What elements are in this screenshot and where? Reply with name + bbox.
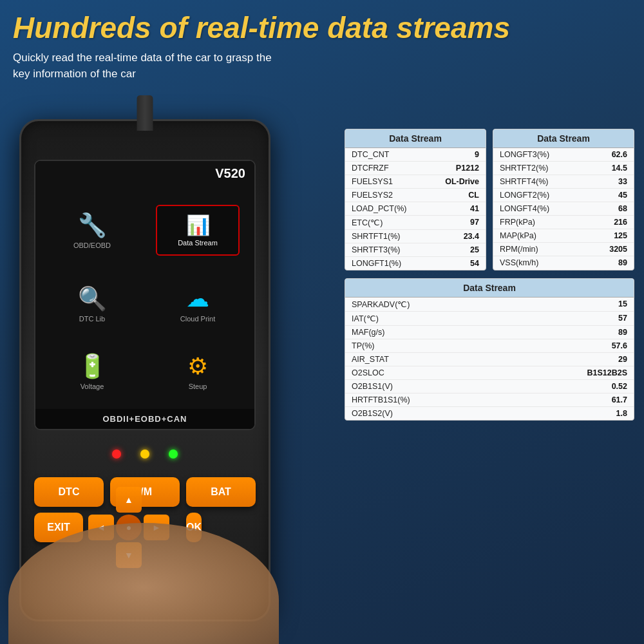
row-key: O2B1S2(V) <box>352 409 393 418</box>
setup-label: Steup <box>189 383 207 390</box>
voltage-icon: 🔋 <box>78 353 107 380</box>
row-key: SHRTFT1(%) <box>352 232 400 241</box>
menu-item-cloudprint[interactable]: ☁ Cloud Print <box>147 273 248 335</box>
row-key: MAF(g/s) <box>352 328 384 337</box>
row-key: MAP(kPa) <box>500 231 536 240</box>
subtitle-line2: key information of the car <box>13 68 136 80</box>
row-val: 45 <box>618 191 627 200</box>
table-row: RPM(/min)3205 <box>493 243 634 256</box>
table-top-left: Data Stream DTC_CNT9DTCFRZFP1212FUELSYS1… <box>345 129 486 270</box>
table-row: LONGFT3(%)62.6 <box>493 148 634 162</box>
datastream-box: 📊 Data Stream <box>156 205 240 256</box>
row-key: DTCFRZF <box>352 164 389 173</box>
row-val: 25 <box>470 245 479 254</box>
table-top-right-rows: LONGFT3(%)62.6SHRTFT2(%)14.5SHRTFT4(%)33… <box>493 148 634 269</box>
menu-item-setup[interactable]: ⚙ Steup <box>147 341 248 402</box>
row-val: 9 <box>475 150 479 159</box>
obd-label: OBD/EOBD <box>73 242 111 249</box>
row-val: 97 <box>470 218 479 227</box>
table-row: O2SLOCB1S12B2S <box>345 366 634 380</box>
datastream-icon: 📊 <box>186 214 210 236</box>
table-row: SHRTFT3(%)25 <box>345 243 486 257</box>
row-val: 61.7 <box>612 395 627 404</box>
row-val: 23.4 <box>464 232 479 241</box>
row-val: 3205 <box>609 245 627 254</box>
tables-top-row: Data Stream DTC_CNT9DTCFRZFP1212FUELSYS1… <box>345 129 634 270</box>
device-wrapper: V520 🔧 OBD/EOBD 📊 Data Stream 🔍 <box>19 119 270 621</box>
device-screen: V520 🔧 OBD/EOBD 📊 Data Stream 🔍 <box>34 160 256 430</box>
table-bottom-header: Data Stream <box>345 279 634 298</box>
table-row: LONGFT4(%)68 <box>493 202 634 216</box>
row-key: RPM(/min) <box>500 245 538 254</box>
table-top-left-rows: DTC_CNT9DTCFRZFP1212FUELSYS1OL-DriveFUEL… <box>345 148 486 270</box>
row-key: AIR_STAT <box>352 355 389 364</box>
row-val: 125 <box>614 231 627 240</box>
screen-bottom-bar: OBDII+EOBD+CAN <box>35 409 254 429</box>
row-val: P1212 <box>456 164 479 173</box>
table-bottom: Data Stream SPARKADV(℃)15IAT(℃)57MAF(g/s… <box>345 278 634 421</box>
device-body: V520 🔧 OBD/EOBD 📊 Data Stream 🔍 <box>19 119 270 621</box>
row-val: OL-Drive <box>445 177 479 186</box>
table-row: LONGFT2(%)45 <box>493 189 634 202</box>
row-val: CL <box>468 191 479 200</box>
menu-item-obd[interactable]: 🔧 OBD/EOBD <box>42 193 142 268</box>
row-val: 89 <box>618 258 627 267</box>
row-key: FUELSYS2 <box>352 191 393 200</box>
table-row: O2B1S1(V)0.52 <box>345 380 634 393</box>
menu-item-datastream[interactable]: 📊 Data Stream <box>147 193 248 268</box>
voltage-label: Voltage <box>80 383 104 390</box>
row-val: 1.8 <box>616 409 627 418</box>
obd-icon: 🔧 <box>78 212 107 239</box>
row-val: 33 <box>618 177 627 186</box>
table-top-right: Data Stream LONGFT3(%)62.6SHRTFT2(%)14.5… <box>493 129 634 270</box>
menu-item-voltage[interactable]: 🔋 Voltage <box>42 341 142 402</box>
row-val: 54 <box>470 259 479 268</box>
row-key: LONGFT4(%) <box>500 204 549 213</box>
table-row: O2B1S2(V)1.8 <box>345 407 634 420</box>
row-key: ETC(℃) <box>352 218 383 227</box>
table-row: MAF(g/s)89 <box>345 326 634 339</box>
table-row: SHRTFT2(%)14.5 <box>493 162 634 175</box>
row-key: HRTFTB1S1(%) <box>352 395 410 404</box>
row-key: IAT(℃) <box>352 314 379 323</box>
table-row: TP(%)57.6 <box>345 339 634 353</box>
row-key: LONGFT1(%) <box>352 259 401 268</box>
menu-item-dtclib[interactable]: 🔍 DTC Lib <box>42 273 142 335</box>
screen-menu: 🔧 OBD/EOBD 📊 Data Stream 🔍 DTC Lib <box>35 186 254 409</box>
antenna <box>137 95 153 131</box>
table-row: SPARKADV(℃)15 <box>345 298 634 312</box>
dtclib-icon: 🔍 <box>78 285 107 312</box>
row-key: LOAD_PCT(%) <box>352 204 406 213</box>
table-row: FUELSYS2CL <box>345 189 486 202</box>
led-green <box>169 450 178 459</box>
table-row: LONGFT1(%)54 <box>345 257 486 270</box>
dtclib-label: DTC Lib <box>79 315 105 323</box>
cloudprint-icon: ☁ <box>186 285 209 312</box>
table-row: IAT(℃)57 <box>345 312 634 326</box>
table-row: DTC_CNT9 <box>345 148 486 162</box>
table-row: VSS(km/h)89 <box>493 256 634 269</box>
screen-header: V520 <box>35 161 254 186</box>
table-bottom-rows: SPARKADV(℃)15IAT(℃)57MAF(g/s)89TP(%)57.6… <box>345 298 634 420</box>
table-row: FUELSYS1OL-Drive <box>345 175 486 189</box>
table-row: FRP(kPa)216 <box>493 216 634 229</box>
row-val: 14.5 <box>612 164 627 173</box>
table-row: ETC(℃)97 <box>345 216 486 230</box>
row-key: LONGFT2(%) <box>500 191 549 200</box>
table-row: DTCFRZFP1212 <box>345 162 486 175</box>
led-red <box>112 450 121 459</box>
subtitle-line1: Quickly read the real-time data of the c… <box>13 52 272 64</box>
table-top-right-header: Data Stream <box>493 129 634 148</box>
row-val: 29 <box>618 355 627 364</box>
row-key: VSS(km/h) <box>500 258 538 267</box>
dpad-up[interactable]: ▲ <box>116 487 142 513</box>
row-val: 68 <box>618 204 627 213</box>
row-key: FUELSYS1 <box>352 177 393 186</box>
table-row: MAP(kPa)125 <box>493 229 634 243</box>
table-row: LOAD_PCT(%)41 <box>345 202 486 216</box>
row-val: B1S12B2S <box>587 368 627 377</box>
row-key: FRP(kPa) <box>500 218 535 227</box>
led-yellow <box>140 450 149 459</box>
table-row: SHRTFT1(%)23.4 <box>345 230 486 243</box>
table-row: SHRTFT4(%)33 <box>493 175 634 189</box>
